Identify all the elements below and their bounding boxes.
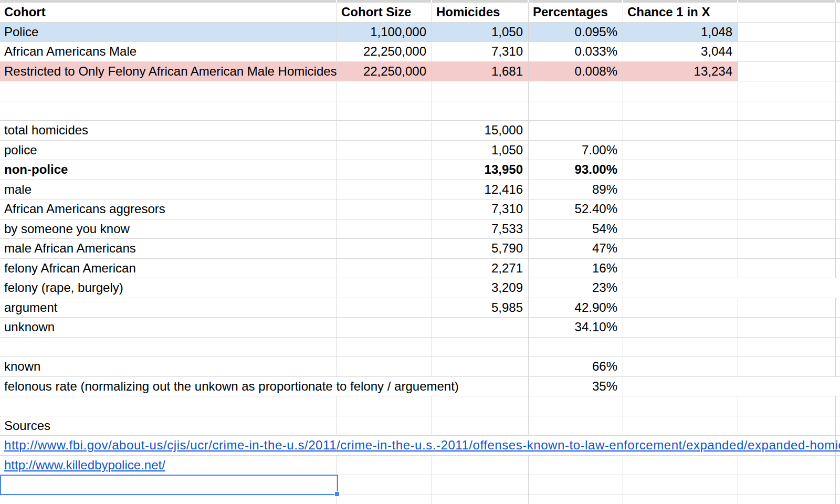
empty-cell[interactable] xyxy=(529,456,623,475)
stat-homicides-value[interactable]: 7,533 xyxy=(432,219,529,239)
empty-cell[interactable] xyxy=(623,141,738,160)
empty-cell[interactable] xyxy=(623,239,738,258)
stat-percentage-value[interactable]: 47% xyxy=(529,239,623,258)
link-fbi-anchor[interactable]: http://www.fbi.gov/about-us/cjis/ucr/cri… xyxy=(4,438,840,453)
empty-cell[interactable] xyxy=(738,377,836,396)
empty-cell[interactable] xyxy=(623,416,738,436)
empty-cell[interactable] xyxy=(738,495,836,504)
empty-cell[interactable] xyxy=(432,338,529,357)
homicides-value[interactable]: 1,681 xyxy=(432,62,529,81)
cohort-size-value[interactable]: 1,100,000 xyxy=(337,23,432,42)
cohort-label[interactable]: African Americans Male xyxy=(0,42,337,61)
right-strip-cell[interactable] xyxy=(836,357,840,376)
empty-cell[interactable] xyxy=(432,495,529,504)
empty-cell[interactable] xyxy=(738,416,836,436)
stat-percentage-value[interactable]: 7.00% xyxy=(529,141,623,160)
right-strip-cell[interactable] xyxy=(836,338,840,357)
stat-homicides-value[interactable]: 13,950 xyxy=(432,160,529,180)
empty-cell[interactable] xyxy=(738,160,836,180)
empty-cell[interactable] xyxy=(738,219,836,239)
right-strip-cell[interactable] xyxy=(836,141,840,160)
summary-label[interactable]: felonous rate (normalizing out the unkow… xyxy=(0,377,432,396)
summary-percentage-value[interactable]: 35% xyxy=(529,377,623,396)
empty-cell[interactable] xyxy=(337,338,432,357)
right-strip-cell[interactable] xyxy=(836,219,840,239)
empty-cell[interactable] xyxy=(623,495,738,504)
empty-cell[interactable] xyxy=(337,396,432,416)
right-strip-cell[interactable] xyxy=(836,42,840,61)
empty-cell[interactable] xyxy=(623,160,738,180)
stat-percentage-value[interactable] xyxy=(529,121,623,140)
empty-cell[interactable] xyxy=(432,416,529,436)
empty-cell[interactable] xyxy=(623,200,738,219)
empty-cell[interactable] xyxy=(623,377,738,396)
empty-cell[interactable] xyxy=(623,475,738,495)
right-strip-cell[interactable] xyxy=(836,121,840,140)
empty-cell[interactable] xyxy=(337,357,432,376)
empty-cell[interactable] xyxy=(738,475,836,495)
empty-cell[interactable] xyxy=(337,239,432,258)
empty-cell[interactable] xyxy=(432,377,529,396)
empty-cell[interactable] xyxy=(337,219,432,239)
empty-cell[interactable] xyxy=(337,81,432,101)
empty-cell[interactable] xyxy=(623,121,738,140)
stat-homicides-value[interactable] xyxy=(432,318,529,337)
empty-cell[interactable] xyxy=(0,81,337,101)
stat-percentage-value[interactable]: 89% xyxy=(529,180,623,200)
cohort-size-value[interactable]: 22,250,000 xyxy=(337,42,432,61)
empty-cell[interactable] xyxy=(337,101,432,121)
empty-cell[interactable] xyxy=(738,396,836,416)
empty-cell[interactable] xyxy=(738,23,836,42)
empty-cell[interactable] xyxy=(623,318,738,337)
empty-cell[interactable] xyxy=(337,456,432,475)
right-strip-cell[interactable] xyxy=(836,62,840,81)
percentage-value[interactable]: 0.095% xyxy=(529,23,623,42)
empty-cell[interactable] xyxy=(623,357,738,376)
chance-value[interactable]: 13,234 xyxy=(623,62,738,81)
empty-cell[interactable] xyxy=(0,101,337,121)
empty-cell[interactable] xyxy=(432,475,529,495)
empty-cell[interactable] xyxy=(738,298,836,318)
stat-homicides-value[interactable]: 3,209 xyxy=(432,278,529,298)
right-strip-cell[interactable] xyxy=(836,318,840,337)
link-killedbypolice-anchor[interactable]: http://www.killedbypolice.net/ xyxy=(4,458,165,472)
empty-cell[interactable] xyxy=(337,298,432,318)
right-strip-cell[interactable] xyxy=(836,239,840,258)
empty-cell[interactable] xyxy=(529,338,623,357)
empty-cell[interactable] xyxy=(529,101,623,121)
empty-cell[interactable] xyxy=(337,318,432,337)
right-strip-cell[interactable] xyxy=(836,278,840,298)
stat-label[interactable]: felony African American xyxy=(0,259,337,278)
stat-percentage-value[interactable]: 42.90% xyxy=(529,298,623,318)
stat-percentage-value[interactable]: 54% xyxy=(529,219,623,239)
empty-cell[interactable] xyxy=(0,495,337,504)
empty-cell[interactable] xyxy=(623,396,738,416)
stat-label[interactable]: argument xyxy=(0,298,337,318)
stat-homicides-value[interactable]: 12,416 xyxy=(432,180,529,200)
right-strip-cell[interactable] xyxy=(836,200,840,219)
empty-cell[interactable] xyxy=(529,495,623,504)
empty-cell[interactable] xyxy=(738,278,836,298)
empty-cell[interactable] xyxy=(529,81,623,101)
empty-cell[interactable] xyxy=(337,259,432,278)
stat-percentage-value[interactable]: 23% xyxy=(529,278,623,298)
empty-cell[interactable] xyxy=(0,338,337,357)
empty-cell[interactable] xyxy=(623,81,738,101)
empty-cell[interactable] xyxy=(529,416,623,436)
empty-cell[interactable] xyxy=(432,101,529,121)
stat-label[interactable]: by someone you know xyxy=(0,219,337,239)
active-cell-selection[interactable] xyxy=(0,475,338,495)
empty-cell[interactable] xyxy=(738,141,836,160)
right-strip-cell[interactable] xyxy=(836,416,840,436)
stat-homicides-value[interactable]: 5,985 xyxy=(432,298,529,318)
chance-value[interactable]: 1,048 xyxy=(623,23,738,42)
empty-cell[interactable] xyxy=(738,3,836,22)
empty-cell[interactable] xyxy=(738,318,836,337)
empty-cell[interactable] xyxy=(738,121,836,140)
right-strip-cell[interactable] xyxy=(836,495,840,504)
header-cohort-size[interactable]: Cohort Size xyxy=(337,3,432,22)
empty-cell[interactable] xyxy=(738,62,836,81)
summary-percentage-value[interactable]: 66% xyxy=(529,357,623,376)
empty-cell[interactable] xyxy=(337,495,432,504)
empty-cell[interactable] xyxy=(337,141,432,160)
